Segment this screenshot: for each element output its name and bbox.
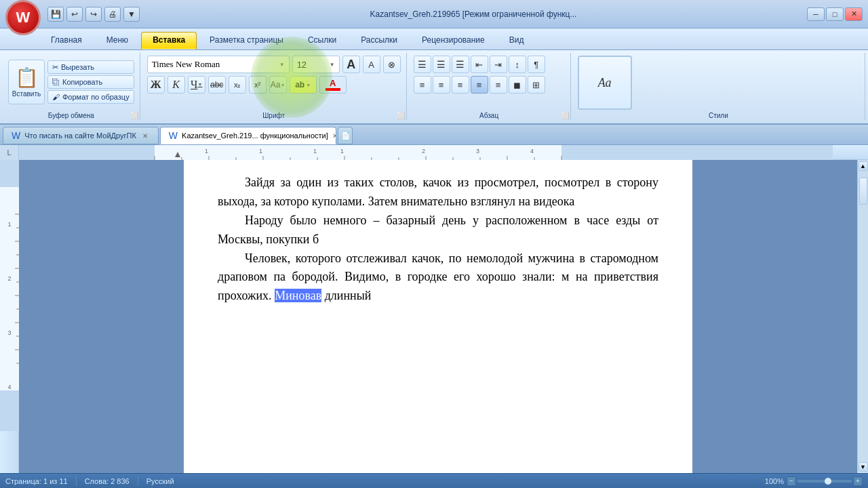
- align-right-button[interactable]: ≡: [452, 76, 469, 94]
- maximize-button[interactable]: □: [826, 7, 844, 21]
- highlight-color-button[interactable]: ab ▼: [290, 76, 317, 94]
- paragraph-section-label: Абзац: [479, 112, 498, 119]
- paste-label: Вставить: [12, 90, 41, 98]
- zoom-out-button[interactable]: −: [787, 476, 796, 486]
- ribbon: 📋 Вставить ✂ Вырезать ⿻ Копировать 🖌 Фор…: [0, 50, 868, 125]
- doc-tab-2-icon: W: [169, 130, 178, 141]
- shading-button[interactable]: ◼: [509, 76, 526, 94]
- save-button[interactable]: 💾: [47, 7, 64, 22]
- document-tabs-bar: W Что писать на сайте МойДругПК ✕ W Kaza…: [0, 125, 868, 145]
- scroll-thumb[interactable]: [859, 178, 867, 205]
- tab-references[interactable]: Ссылки: [296, 32, 348, 49]
- tab-view[interactable]: Вид: [498, 32, 536, 49]
- undo-button[interactable]: ↩: [66, 7, 83, 22]
- word-count: Слова: 2 836: [85, 477, 130, 485]
- tab-insert[interactable]: Вставка: [141, 32, 197, 49]
- styles-section: Аа Стили: [572, 53, 865, 121]
- tab-review[interactable]: Рецензирование: [410, 32, 496, 49]
- styles-box[interactable]: Аа: [578, 56, 632, 110]
- main-area: 1 2 3 4 Зайдя за один из таких столов, к…: [0, 160, 868, 473]
- font-name-value: Times New Roman: [152, 59, 220, 70]
- superscript-button[interactable]: x²: [249, 76, 267, 94]
- doc-tab-extra[interactable]: 📄: [338, 127, 353, 144]
- styles-sample: Аа: [598, 76, 612, 90]
- sort-button[interactable]: ↕: [509, 56, 526, 73]
- italic-button[interactable]: К: [167, 76, 185, 94]
- status-divider-1: [76, 476, 77, 486]
- borders-button[interactable]: ⊞: [528, 76, 545, 94]
- cut-button[interactable]: ✂ Вырезать: [47, 60, 134, 74]
- doc-tab-2[interactable]: W Kazantsev_Greh.219... функциональности…: [160, 127, 336, 144]
- clipboard-expand-button[interactable]: ⬜: [130, 112, 138, 119]
- svg-text:4: 4: [530, 148, 534, 155]
- doc-tab-2-close[interactable]: ✕: [332, 131, 336, 140]
- format-painter-icon: 🖌: [52, 93, 60, 101]
- subscript-button[interactable]: x₂: [229, 76, 246, 94]
- tab-page-layout[interactable]: Разметка страницы: [198, 32, 295, 49]
- format-painter-button[interactable]: 🖌 Формат по образцу: [47, 90, 134, 104]
- vertical-scrollbar[interactable]: ▲ ▼: [857, 160, 868, 473]
- zoom-in-button[interactable]: +: [853, 476, 863, 486]
- copy-button[interactable]: ⿻ Копировать: [47, 75, 134, 89]
- svg-text:2: 2: [422, 148, 425, 155]
- svg-rect-0: [19, 145, 155, 160]
- underline-button[interactable]: Ч ▼: [188, 76, 205, 94]
- font-size-dropdown[interactable]: 12 ▼: [292, 56, 340, 73]
- doc-tab-1[interactable]: W Что писать на сайте МойДругПК ✕: [3, 127, 159, 144]
- doc-tab-1-close[interactable]: ✕: [140, 131, 150, 140]
- doc-tab-2-label: Kazantsev_Greh.219... функциональности]: [182, 131, 328, 140]
- numbering-button[interactable]: ☰: [433, 56, 450, 73]
- svg-text:1: 1: [340, 148, 344, 155]
- shrink-font-button[interactable]: A: [363, 56, 380, 73]
- scroll-down-button[interactable]: ▼: [859, 462, 868, 472]
- strikethrough-button[interactable]: abc: [208, 76, 226, 94]
- office-logo: W: [16, 9, 31, 26]
- title-bar: W 💾 ↩ ↪ 🖨 ▼ Kazantsev_Greh.219965 [Режим…: [0, 0, 868, 28]
- document-page[interactable]: Зайдя за один из таких столов, качок из …: [184, 160, 692, 473]
- show-marks-button[interactable]: ¶: [528, 56, 545, 73]
- svg-text:3: 3: [7, 329, 11, 336]
- ruler-corner[interactable]: L: [0, 145, 19, 160]
- scroll-up-button[interactable]: ▲: [859, 161, 868, 171]
- font-name-dropdown[interactable]: Times New Roman ▼: [147, 56, 290, 73]
- close-button[interactable]: ✕: [845, 7, 863, 21]
- clear-formatting-button[interactable]: ⊗: [383, 56, 401, 73]
- svg-rect-1: [561, 145, 833, 160]
- paste-button[interactable]: 📋 Вставить: [8, 60, 45, 104]
- clipboard-section: 📋 Вставить ✂ Вырезать ⿻ Копировать 🖌 Фор…: [3, 53, 140, 121]
- paragraph-2: Народу было немного – базарный день у ра…: [218, 211, 658, 249]
- increase-indent-button[interactable]: ⇥: [490, 56, 507, 73]
- redo-button[interactable]: ↪: [85, 7, 102, 22]
- multilevel-button[interactable]: ☰: [452, 56, 469, 73]
- language: Русский: [146, 477, 174, 485]
- align-center-button[interactable]: ≡: [433, 76, 450, 94]
- align-left-button[interactable]: ≡: [414, 76, 431, 94]
- ribbon-tabs: Главная Меню Вставка Разметка страницы С…: [0, 28, 868, 50]
- change-case-button[interactable]: Aa▼: [269, 76, 287, 94]
- customize-qat-button[interactable]: ▼: [123, 7, 140, 22]
- paragraph-expand-button[interactable]: ⬜: [561, 112, 569, 119]
- zoom-slider[interactable]: 100% − +: [765, 476, 863, 486]
- bold-button[interactable]: Ж: [147, 76, 165, 94]
- font-size-arrow: ▼: [330, 62, 335, 68]
- print-button[interactable]: 🖨: [104, 7, 121, 22]
- tab-menu[interactable]: Меню: [95, 32, 140, 49]
- minimize-button[interactable]: ─: [807, 7, 825, 21]
- cut-icon: ✂: [52, 63, 58, 72]
- tab-mailings[interactable]: Рассылки: [349, 32, 409, 49]
- font-color-button[interactable]: А: [319, 76, 347, 94]
- paragraph-1: Зайдя за один из таких столов, качок из …: [218, 174, 658, 211]
- paragraph-3: Человек, которого отслеживал качок, по н…: [218, 249, 658, 306]
- bullets-button[interactable]: ☰: [414, 56, 431, 73]
- align-justify-button[interactable]: ≡: [471, 76, 488, 94]
- paragraph-section: ☰ ☰ ☰ ⇤ ⇥ ↕ ¶ ≡ ≡ ≡ ≡ ≡ ◼ ⊞ Абзац ⬜: [408, 53, 571, 121]
- line-spacing-button[interactable]: ≡: [490, 76, 507, 94]
- clipboard-label: Буфер обмена: [48, 112, 94, 119]
- tab-home[interactable]: Главная: [39, 32, 94, 49]
- grow-font-button[interactable]: A: [342, 56, 360, 73]
- font-expand-button[interactable]: ⬜: [397, 112, 405, 119]
- decrease-indent-button[interactable]: ⇤: [471, 56, 488, 73]
- office-button[interactable]: W: [5, 0, 41, 35]
- zoom-track[interactable]: [797, 480, 852, 483]
- para-row-1: ☰ ☰ ☰ ⇤ ⇥ ↕ ¶: [414, 56, 565, 73]
